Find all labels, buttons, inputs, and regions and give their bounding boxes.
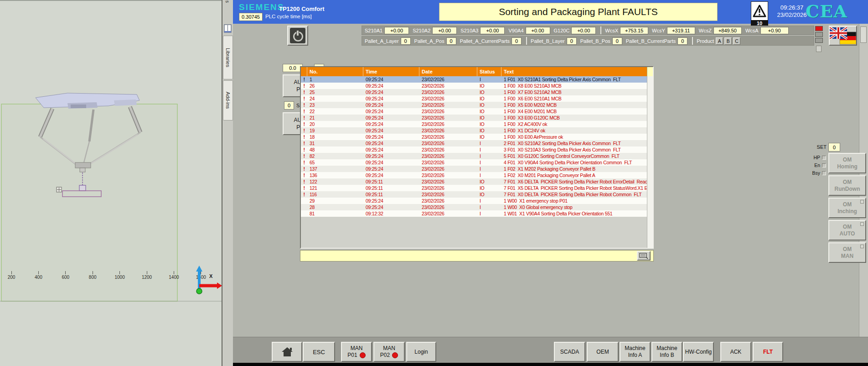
alarm-row[interactable]: !13709:25:2423/02/2026I1 F02 X1 M202 Pac… bbox=[301, 166, 647, 172]
s1-value-field[interactable]: 0 bbox=[284, 101, 294, 110]
sidebar-tab-libraries[interactable]: Libraries bbox=[223, 36, 233, 79]
man-p01-button[interactable]: MAN P01 bbox=[341, 342, 372, 362]
alarm-date: 23/02/2026 bbox=[419, 166, 477, 172]
esc-button[interactable]: ESC bbox=[303, 342, 335, 362]
alarm-row[interactable]: !11609:25:1123/02/2026IO7 F01 X0 DELTA P… bbox=[301, 191, 647, 198]
alarm-text: 1 F00 X0 E00 AirPressure ok bbox=[501, 134, 647, 140]
hmi-scrollbar-thumb[interactable] bbox=[860, 26, 867, 43]
hmi-panel: SIEMENS TP1200 Comfort 0.30745 PLC cycle… bbox=[233, 0, 868, 366]
set-value-field[interactable]: 0 bbox=[828, 143, 840, 152]
wcsx-label: WcsX bbox=[605, 28, 618, 33]
machine-info-a-button[interactable]: Machine Info A bbox=[620, 342, 651, 362]
alarm-row[interactable]: !12209:25:1123/02/2026IO7 F01 X6 DELTA P… bbox=[301, 178, 647, 185]
alarm-row[interactable]: !4809:25:2423/02/2026I3 F01 X0 S210A3 So… bbox=[301, 146, 647, 153]
scada-label: SCADA bbox=[560, 349, 579, 356]
product-option-b[interactable]: B bbox=[724, 37, 732, 45]
pallet-a-layer-field[interactable]: 0 bbox=[401, 37, 411, 45]
keyboard-button[interactable] bbox=[637, 251, 651, 261]
machine-info-b-button[interactable]: Machine Info B bbox=[651, 342, 682, 362]
alarm-no: 116 bbox=[307, 192, 363, 197]
v90a4-field[interactable]: +0.00 bbox=[526, 27, 550, 34]
product-option-c[interactable]: C bbox=[733, 37, 740, 45]
book-icon[interactable] bbox=[224, 24, 232, 34]
alarm-status: I bbox=[477, 141, 501, 146]
home-button[interactable] bbox=[272, 342, 302, 362]
om-homing-button[interactable]: OM Homing bbox=[828, 153, 866, 173]
alarm-row[interactable]: !2409:25:2423/02/2026IO1 F00 X6 E00 S210… bbox=[301, 95, 647, 102]
alarm-row[interactable]: !13609:25:2423/02/2026I1 F02 X0 M201 Pac… bbox=[301, 172, 647, 178]
alarm-time: 09:12:32 bbox=[363, 211, 419, 216]
alarm-row[interactable]: !2309:25:2423/02/2026IO1 F00 X5 E00 M202… bbox=[301, 102, 647, 108]
om-inching-button[interactable]: OM Inching bbox=[828, 198, 866, 218]
om-rundown-button[interactable]: OM RunDown bbox=[828, 175, 866, 196]
alarm-row[interactable]: !2609:25:2423/02/2026IO1 F00 X8 E00 S210… bbox=[301, 83, 647, 89]
login-button[interactable]: Login bbox=[406, 342, 436, 362]
side-tab-fragment: s bbox=[225, 0, 230, 3]
product-option-a[interactable]: A bbox=[716, 37, 723, 45]
alarm-row[interactable]: !2109:25:2423/02/2026IO1 F00 X3 E00 G120… bbox=[301, 115, 647, 121]
wcsa-field[interactable]: +0.90 bbox=[760, 27, 789, 34]
sidebar-tab-add-ins[interactable]: Add-ins bbox=[223, 80, 233, 120]
alarm-time: 09:25:24 bbox=[363, 121, 419, 127]
oem-button[interactable]: OEM bbox=[587, 342, 619, 362]
om-auto-button[interactable]: OM AUTO bbox=[828, 220, 866, 241]
alarm-row[interactable]: 8109:12:3223/02/2026I1 W01 X1 V90A4 Sort… bbox=[301, 210, 647, 217]
wcsx-field[interactable]: +753.15 bbox=[620, 27, 648, 34]
om-auto-line1: OM bbox=[843, 224, 852, 230]
alarm-row[interactable]: !1809:25:2423/02/2026IO1 F00 X0 E00 AirP… bbox=[301, 134, 647, 140]
alarm-row[interactable]: !3109:25:2423/02/2026I2 F01 X0 S210A2 So… bbox=[301, 140, 647, 146]
alarm-status: I bbox=[477, 153, 501, 159]
s210a2-field[interactable]: +0.00 bbox=[432, 27, 457, 34]
alarm-row[interactable]: 2809:25:2423/02/2026I1 W00 X0 Global eme… bbox=[301, 204, 647, 210]
language-switch-button[interactable] bbox=[829, 26, 857, 46]
s210a2-label: S210A2 bbox=[413, 28, 430, 33]
plc-cycle-time-label: PLC cycle time [ms] bbox=[265, 14, 312, 19]
alarm-text: 1 F00 X6 E00 S210A1 MCB bbox=[501, 96, 647, 101]
simulation-viewport[interactable]: 2004006008001000120014001600 X bbox=[0, 0, 222, 366]
alarm-date: 23/02/2026 bbox=[419, 192, 477, 197]
power-icon bbox=[290, 28, 305, 43]
alarm-row[interactable]: !2509:25:2423/02/2026IO1 F00 X7 E00 S210… bbox=[301, 89, 647, 95]
ack-label: ACK bbox=[730, 349, 742, 356]
scada-button[interactable]: SCADA bbox=[554, 342, 585, 362]
gray-status-lamp bbox=[815, 38, 823, 43]
alarm-row[interactable]: !2009:25:2423/02/2026IO1 F00 X2 AC400V o… bbox=[301, 121, 647, 127]
ack-button[interactable]: ACK bbox=[720, 342, 751, 362]
s210a3-field[interactable]: +0.00 bbox=[480, 27, 505, 34]
alarm-time: 09:25:24 bbox=[363, 147, 419, 152]
alarm-scrollbar-top[interactable] bbox=[647, 67, 653, 76]
alarm-status: IO bbox=[477, 134, 501, 140]
wcsy-field[interactable]: +319.11 bbox=[667, 27, 695, 34]
pallet-b-currentparts-field[interactable]: 0 bbox=[677, 37, 687, 45]
s210a1-field[interactable]: +0.00 bbox=[384, 27, 409, 34]
alarm-bang: ! bbox=[301, 166, 307, 172]
alarm-table: No. Time Date Status Text !109:25:2423/0… bbox=[300, 66, 654, 249]
alarm-warning-button[interactable] bbox=[751, 1, 768, 21]
pallet-a-pos-field[interactable]: 0 bbox=[446, 37, 456, 45]
alarm-row[interactable]: !12109:25:1123/02/2026IO7 F01 X5 DELTA P… bbox=[301, 185, 647, 191]
g120c-field[interactable]: +0.00 bbox=[571, 27, 596, 34]
alarm-row[interactable]: !6509:25:2423/02/2026I4 F01 X0 V90A4 Sor… bbox=[301, 159, 647, 166]
power-button[interactable] bbox=[287, 26, 308, 46]
pallet-a-currentparts-field[interactable]: 0 bbox=[512, 37, 522, 45]
alarm-no: 23 bbox=[307, 102, 363, 108]
alarm-row[interactable]: 2909:25:2423/02/2026I1 W00 X1 emergency … bbox=[301, 198, 647, 204]
alarm-row[interactable]: !1909:25:2423/02/2026IO1 F00 X1 DC24V ok bbox=[301, 127, 647, 134]
hw-config-button[interactable]: HW-Config bbox=[683, 342, 714, 362]
alarm-row[interactable]: !8209:25:2423/02/2026I5 F01 X0 G120C Sor… bbox=[301, 153, 647, 159]
alarm-status: I bbox=[477, 173, 501, 178]
alarm-row[interactable]: !109:25:2423/02/2026I1 F01 X0 S210A1 Sor… bbox=[301, 76, 647, 83]
pallet-b-pos-field[interactable]: 0 bbox=[612, 37, 622, 45]
alarm-no: 26 bbox=[307, 83, 363, 89]
alarm-status: IO bbox=[477, 121, 501, 127]
alarm-time: 09:25:24 bbox=[363, 160, 419, 165]
alarm-bang: ! bbox=[301, 96, 307, 101]
page-title: Sorting and Packaging Plant FAULTS bbox=[439, 3, 718, 21]
flt-button[interactable]: FLT bbox=[753, 342, 783, 362]
alarm-row[interactable]: !2209:25:2423/02/2026IO1 F00 X4 E00 M201… bbox=[301, 108, 647, 115]
man-p02-button[interactable]: MAN P02 bbox=[373, 342, 405, 362]
om-man-button[interactable]: OM MAN bbox=[828, 242, 866, 263]
wcsz-field[interactable]: +849.50 bbox=[713, 27, 742, 34]
pallet-b-layer-field[interactable]: 0 bbox=[567, 37, 577, 45]
alarm-scrollbar-track[interactable] bbox=[647, 76, 653, 248]
